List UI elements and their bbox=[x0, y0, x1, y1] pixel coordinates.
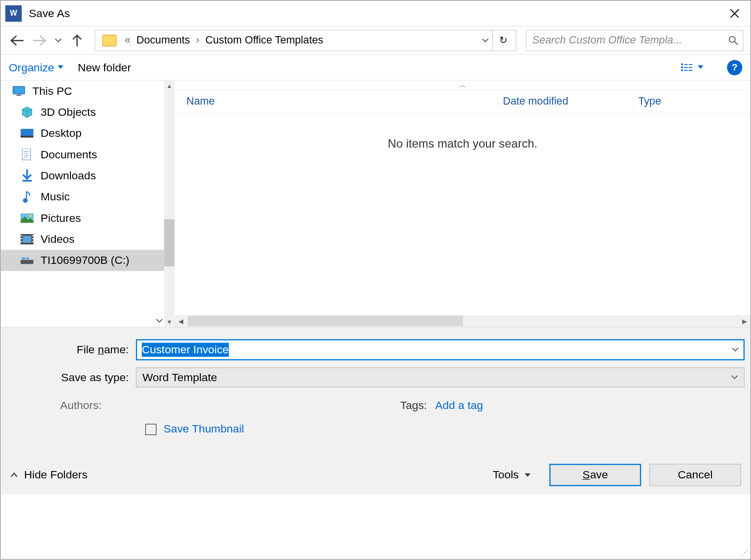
svg-rect-12 bbox=[21, 129, 33, 137]
tree-item-label: Downloads bbox=[41, 169, 96, 182]
breadcrumb-separator-icon: › bbox=[192, 34, 203, 46]
scroll-up-icon[interactable]: ▲ bbox=[164, 81, 175, 91]
svg-rect-10 bbox=[13, 86, 24, 94]
folder-tree: ▲ ▼ This PC 3D Objects bbox=[0, 81, 175, 327]
file-name-input[interactable]: Customer Invoice bbox=[136, 339, 745, 360]
save-as-type-select[interactable]: Word Template bbox=[136, 367, 745, 388]
svg-rect-15 bbox=[22, 180, 32, 182]
save-thumbnail-checkbox[interactable] bbox=[145, 424, 156, 435]
scroll-thumb[interactable] bbox=[164, 219, 175, 266]
authors-label: Authors: bbox=[6, 399, 108, 412]
empty-message: No items match your search. bbox=[175, 113, 751, 174]
cancel-button[interactable]: Cancel bbox=[649, 464, 741, 486]
column-type[interactable]: Type bbox=[633, 95, 751, 108]
tree-item-desktop[interactable]: Desktop bbox=[0, 123, 164, 144]
collapse-panel-icon[interactable]: ︿ bbox=[175, 81, 751, 90]
search-box[interactable] bbox=[526, 30, 743, 51]
tree-item-3d-objects[interactable]: 3D Objects bbox=[0, 102, 164, 123]
music-note-icon bbox=[21, 191, 33, 203]
list-header: Name Date modified Type bbox=[175, 90, 751, 113]
word-app-icon: W bbox=[5, 5, 22, 22]
svg-point-0 bbox=[729, 36, 735, 42]
scroll-thumb-horizontal[interactable] bbox=[188, 316, 463, 326]
new-folder-button[interactable]: New folder bbox=[78, 61, 131, 74]
tree-item-music[interactable]: Music bbox=[0, 186, 164, 207]
tree-item-this-pc[interactable]: This PC bbox=[0, 81, 164, 102]
recent-dropdown-icon[interactable] bbox=[52, 31, 64, 49]
svg-rect-29 bbox=[26, 258, 29, 259]
breadcrumb-dropdown-icon[interactable] bbox=[478, 38, 492, 43]
scrollbar-horizontal[interactable]: ◀ ▶ bbox=[175, 315, 751, 327]
svg-rect-25 bbox=[32, 238, 33, 239]
up-button[interactable] bbox=[67, 31, 86, 49]
scroll-down-icon[interactable]: ▼ bbox=[164, 316, 175, 327]
filename-history-dropdown-icon[interactable] bbox=[732, 347, 739, 352]
hide-folders-button[interactable]: Hide Folders bbox=[10, 469, 87, 481]
folder-icon bbox=[102, 34, 116, 46]
file-name-label: File name: bbox=[6, 344, 136, 356]
tree-item-label: Pictures bbox=[41, 212, 81, 224]
tree-item-pictures[interactable]: Pictures bbox=[0, 208, 164, 229]
svg-rect-2 bbox=[684, 64, 687, 65]
breadcrumb[interactable]: « Documents › Custom Office Templates ↻ bbox=[95, 30, 517, 51]
toolbar: Organize New folder ? bbox=[0, 55, 751, 81]
help-icon[interactable]: ? bbox=[727, 60, 742, 75]
resize-grip-icon[interactable]: ⋰ bbox=[741, 548, 748, 557]
svg-rect-23 bbox=[21, 241, 22, 242]
download-arrow-icon bbox=[21, 170, 33, 182]
svg-rect-5 bbox=[681, 69, 683, 71]
search-input[interactable] bbox=[531, 34, 725, 47]
dialog-footer: Hide Folders Tools Save Cancel ⋰ bbox=[0, 459, 751, 495]
drive-icon bbox=[21, 255, 33, 266]
organize-button[interactable]: Organize bbox=[9, 61, 64, 74]
svg-rect-21 bbox=[21, 235, 22, 236]
scroll-right-icon[interactable]: ▶ bbox=[739, 317, 751, 325]
navigation-bar: « Documents › Custom Office Templates ↻ bbox=[0, 26, 751, 55]
svg-rect-14 bbox=[22, 149, 31, 160]
svg-rect-4 bbox=[684, 67, 687, 68]
svg-rect-22 bbox=[21, 238, 22, 239]
picture-icon bbox=[21, 212, 33, 224]
svg-rect-11 bbox=[17, 95, 22, 96]
back-button[interactable] bbox=[8, 31, 26, 49]
dialog-title: Save As bbox=[29, 7, 724, 20]
file-listing: ︿ Name Date modified Type No items match… bbox=[175, 81, 751, 327]
tree-item-label: This PC bbox=[32, 85, 72, 97]
tree-item-drive-c[interactable]: TI10699700B (C:) bbox=[0, 250, 164, 271]
column-date-modified[interactable]: Date modified bbox=[498, 95, 633, 108]
scrollbar-vertical[interactable]: ▲ ▼ bbox=[164, 81, 175, 327]
tree-item-documents[interactable]: Documents bbox=[0, 144, 164, 165]
dropdown-icon bbox=[731, 375, 738, 380]
search-icon[interactable] bbox=[725, 36, 738, 45]
film-icon bbox=[21, 234, 33, 245]
column-name[interactable]: Name bbox=[175, 95, 497, 108]
tools-button[interactable]: Tools bbox=[482, 465, 541, 485]
svg-rect-9 bbox=[689, 70, 692, 71]
tree-item-label: Videos bbox=[41, 233, 74, 245]
svg-rect-13 bbox=[21, 136, 33, 138]
tree-item-videos[interactable]: Videos bbox=[0, 229, 164, 250]
save-button[interactable]: Save bbox=[550, 464, 641, 486]
add-tag-link[interactable]: Add a tag bbox=[435, 399, 483, 412]
save-thumbnail-label[interactable]: Save Thumbnail bbox=[163, 423, 244, 435]
tree-item-label: Music bbox=[41, 191, 70, 203]
scroll-left-icon[interactable]: ◀ bbox=[175, 317, 186, 325]
main-area: ▲ ▼ This PC 3D Objects bbox=[0, 81, 751, 327]
breadcrumb-item[interactable]: Custom Office Templates bbox=[203, 34, 326, 46]
file-name-value: Customer Invoice bbox=[142, 343, 229, 357]
breadcrumb-item[interactable]: Documents bbox=[134, 34, 192, 46]
view-options-button[interactable] bbox=[681, 63, 704, 72]
forward-button[interactable] bbox=[30, 31, 48, 49]
close-icon[interactable] bbox=[724, 5, 746, 21]
monitor-icon bbox=[12, 85, 25, 97]
sidebar-collapse-icon[interactable] bbox=[156, 319, 163, 323]
svg-point-18 bbox=[29, 215, 32, 217]
save-as-type-label: Save as type: bbox=[6, 371, 136, 384]
tree-item-downloads[interactable]: Downloads bbox=[0, 165, 164, 186]
refresh-button[interactable]: ↻ bbox=[492, 30, 513, 51]
desktop-icon bbox=[21, 128, 33, 139]
tree-item-label: TI10699700B (C:) bbox=[41, 254, 130, 267]
tags-label: Tags: bbox=[365, 399, 435, 412]
svg-rect-24 bbox=[32, 235, 33, 236]
breadcrumb-overflow-icon[interactable]: « bbox=[121, 34, 134, 46]
